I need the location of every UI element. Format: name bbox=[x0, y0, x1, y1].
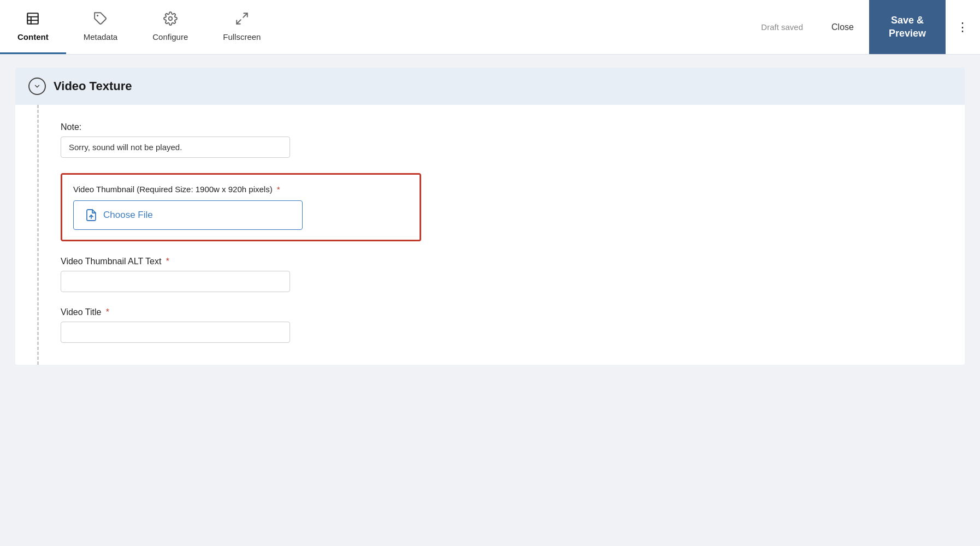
topbar: Content Metadata Configure bbox=[0, 0, 980, 55]
alt-text-input[interactable] bbox=[61, 271, 290, 292]
video-title-required-star: * bbox=[103, 307, 109, 317]
tab-configure[interactable]: Configure bbox=[135, 0, 205, 54]
svg-point-4 bbox=[97, 14, 98, 16]
tab-metadata[interactable]: Metadata bbox=[66, 0, 135, 54]
svg-rect-0 bbox=[28, 13, 39, 24]
video-title-label: Video Title * bbox=[61, 307, 943, 317]
note-label: Note: bbox=[61, 122, 943, 132]
thumbnail-required-star: * bbox=[275, 185, 280, 194]
note-input[interactable] bbox=[61, 136, 290, 158]
fullscreen-icon bbox=[235, 11, 249, 29]
choose-file-label: Choose File bbox=[103, 210, 153, 221]
svg-line-7 bbox=[237, 20, 241, 24]
content-area: Video Texture Note: Video Thumbnail (Req… bbox=[0, 55, 980, 378]
thumbnail-label: Video Thumbnail (Required Size: 1900w x … bbox=[73, 185, 409, 194]
svg-point-5 bbox=[168, 16, 172, 20]
alt-text-label: Video Thumbnail ALT Text * bbox=[61, 257, 943, 266]
section-body: Note: Video Thumbnail (Required Size: 19… bbox=[37, 105, 965, 365]
section-header: Video Texture bbox=[15, 68, 965, 105]
tab-content-label: Content bbox=[17, 32, 49, 41]
section-title: Video Texture bbox=[54, 79, 132, 93]
topbar-right: Draft saved Close Save & Preview ⋮ bbox=[748, 0, 980, 54]
content-icon bbox=[26, 11, 40, 29]
video-title-field-group: Video Title * bbox=[61, 307, 943, 343]
thumbnail-section: Video Thumbnail (Required Size: 1900w x … bbox=[61, 173, 421, 241]
close-button[interactable]: Close bbox=[816, 22, 869, 32]
tab-content[interactable]: Content bbox=[0, 0, 66, 54]
video-title-input[interactable] bbox=[61, 322, 290, 343]
tab-configure-label: Configure bbox=[152, 32, 188, 41]
more-options-button[interactable]: ⋮ bbox=[946, 20, 980, 34]
video-texture-section: Video Texture Note: Video Thumbnail (Req… bbox=[15, 68, 965, 365]
choose-file-button[interactable]: Choose File bbox=[73, 200, 303, 230]
draft-saved-status: Draft saved bbox=[748, 22, 816, 32]
save-preview-button[interactable]: Save & Preview bbox=[869, 0, 946, 54]
tab-fullscreen-label: Fullscreen bbox=[223, 32, 261, 41]
file-upload-icon bbox=[85, 209, 98, 222]
note-field-group: Note: bbox=[61, 122, 943, 158]
tab-fullscreen[interactable]: Fullscreen bbox=[205, 0, 278, 54]
collapse-button[interactable] bbox=[28, 78, 46, 95]
metadata-icon bbox=[93, 11, 108, 29]
svg-line-6 bbox=[243, 13, 247, 17]
alt-text-field-group: Video Thumbnail ALT Text * bbox=[61, 257, 943, 292]
configure-icon bbox=[163, 11, 178, 29]
alt-text-required-star: * bbox=[163, 257, 169, 266]
tab-metadata-label: Metadata bbox=[84, 32, 118, 41]
